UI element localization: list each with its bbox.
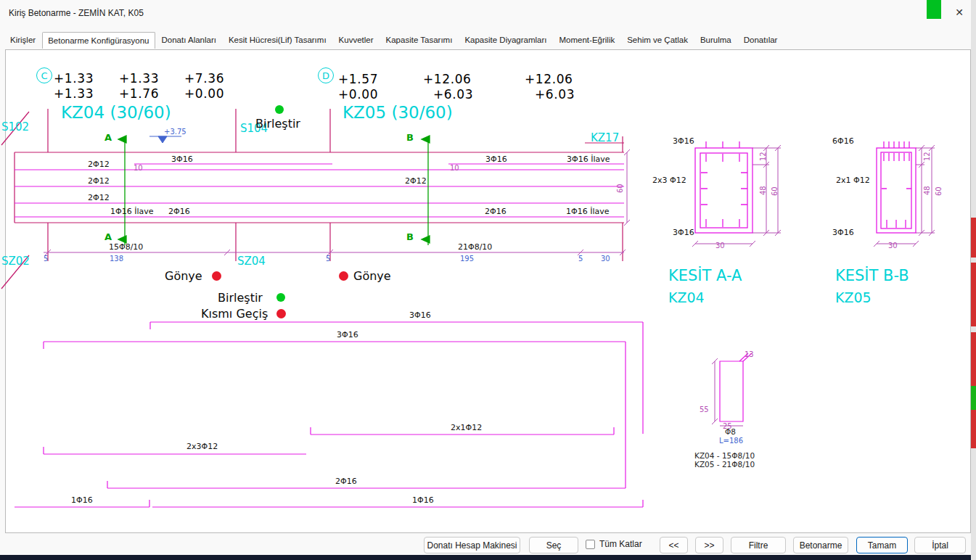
button-filtre[interactable]: Filtre — [731, 537, 786, 553]
checkbox-label: Tüm Katlar — [599, 539, 642, 549]
drawing-canvas — [5, 49, 971, 533]
button-i-ptal[interactable]: İptal — [914, 537, 966, 553]
tab-kiri-ler[interactable]: Kirişler — [4, 32, 41, 48]
titlebar: Kiriş Betonarme - ZEMİN KAT, K05 — [0, 0, 976, 26]
button-se[interactable]: Seç — [529, 537, 578, 553]
tab-kesit-h-cresi-lif-tasar-m[interactable]: Kesit Hücresi(Lif) Tasarımı — [223, 32, 332, 48]
background-artifact-red4 — [971, 410, 976, 448]
taskbar-strip — [0, 555, 976, 560]
tab-bar: KirişlerBetonarme KonfigürasyonuDonatı A… — [4, 29, 783, 48]
tab-burulma[interactable]: Burulma — [694, 32, 737, 48]
button-item[interactable]: >> — [695, 537, 723, 553]
background-artifact-green2 — [971, 386, 976, 410]
button-tamam[interactable]: Tamam — [856, 537, 908, 553]
checkbox-box-icon[interactable] — [586, 540, 595, 549]
tab-kapasite-diyagramlar[interactable]: Kapasite Diyagramları — [459, 32, 552, 48]
tab-kuvvetler[interactable]: Kuvvetler — [333, 32, 380, 48]
tab-donat-lar[interactable]: Donatılar — [738, 32, 784, 48]
tab-sehim-ve-atlak[interactable]: Sehim ve Çatlak — [621, 32, 694, 48]
tab-betonarme-konfig-rasyonu[interactable]: Betonarme Konfigürasyonu — [42, 32, 155, 49]
window-title: Kiriş Betonarme - ZEMİN KAT, K05 — [0, 8, 144, 18]
background-artifact-green-square — [927, 0, 941, 19]
button-item[interactable]: << — [660, 537, 688, 553]
footer-bar: Donatı Hesap MakinesiSeç<<>>FiltreBetona… — [0, 533, 976, 555]
button-betonarme[interactable]: Betonarme — [793, 537, 848, 553]
tab-donat-alanlar[interactable]: Donatı Alanları — [156, 32, 222, 48]
button-donat-hesap-makinesi[interactable]: Donatı Hesap Makinesi — [424, 537, 520, 553]
background-artifact-red1 — [971, 218, 976, 258]
background-artifact-red3 — [971, 332, 976, 386]
tab-moment-e-rilik[interactable]: Moment-Eğrilik — [554, 32, 621, 48]
background-artifact-red2 — [971, 263, 976, 326]
tab-kapasite-tasar-m[interactable]: Kapasite Tasarımı — [380, 32, 459, 48]
close-button[interactable]: ✕ — [948, 3, 970, 22]
all-floors-checkbox[interactable]: Tüm Katlar — [586, 539, 642, 549]
